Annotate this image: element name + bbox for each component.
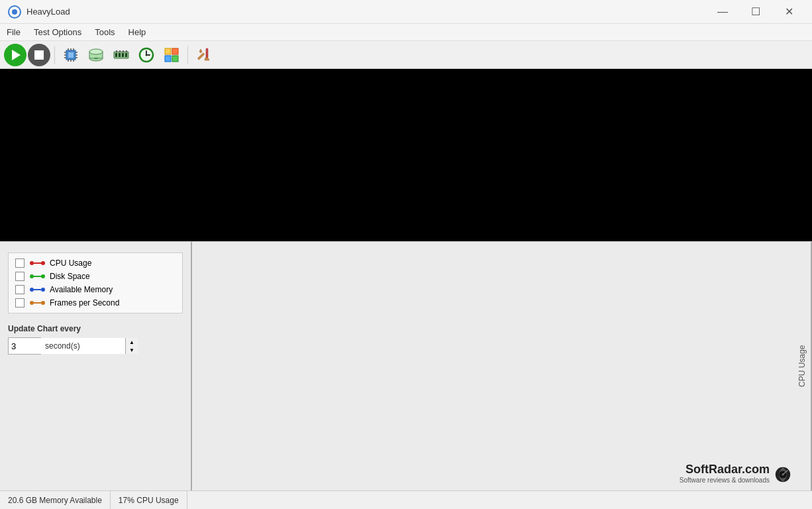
cpu-status: 17% CPU Usage [111,491,187,509]
cpu-status-label: 17% CPU Usage [119,496,179,505]
titlebar-left: HeavyLoad [8,5,70,19]
memory-status: 20.6 GB Memory Available [0,491,111,509]
watermark: SoftRadar.com Software reviews & downloa… [680,463,792,484]
svg-point-33 [146,54,148,56]
svg-point-18 [89,49,103,54]
cpu-toolbar-button[interactable] [59,44,83,66]
svg-point-46 [41,274,45,278]
disk-toolbar-button[interactable] [84,44,108,66]
update-chart-label: Update Chart every [8,324,183,333]
svg-rect-25 [116,50,117,52]
legend-box: CPU Usage Disk Space [8,253,183,313]
legend-item-disk: Disk Space [15,272,176,281]
clock-toolbar-button[interactable] [134,44,158,66]
menu-file[interactable]: File [0,25,27,39]
spinbox-up-button[interactable]: ▲ [126,338,138,346]
update-chart-section: Update Chart every ▲ ▼ second(s) [8,324,183,355]
disk-icon [87,46,105,64]
svg-rect-39 [206,48,208,58]
menu-test-options[interactable]: Test Options [27,25,88,39]
svg-rect-35 [172,48,178,54]
grid-icon [163,46,180,64]
settings-icon [195,46,213,64]
memory-toolbar-button[interactable] [109,44,133,66]
fps-label: Frames per Second [50,298,119,308]
close-button[interactable]: ✕ [774,2,804,22]
statusbar: 20.6 GB Memory Available 17% CPU Usage [0,490,812,509]
disk-label: Disk Space [50,272,90,281]
left-panel: CPU Usage Disk Space [0,242,192,490]
maximize-button[interactable]: ☐ [740,2,771,22]
legend-item-fps: Frames per Second [15,298,176,308]
svg-rect-3 [68,52,74,58]
svg-point-43 [41,261,45,265]
memory-checkbox[interactable] [15,285,25,294]
lower-section: CPU Usage Disk Space [0,241,812,490]
svg-point-41 [30,261,34,265]
menu-tools[interactable]: Tools [88,25,121,39]
grid-toolbar-button[interactable] [160,44,183,66]
cpu-checkbox[interactable] [15,258,25,268]
right-axis-label: CPU Usage [793,242,812,490]
svg-rect-24 [125,53,127,57]
fps-checkbox[interactable] [15,298,25,308]
clock-icon [138,46,155,64]
menubar: File Test Options Tools Help [0,24,812,41]
toolbar-separator-2 [187,46,188,64]
memory-icon [113,46,130,64]
main-content: CPU Usage Disk Space [0,69,812,490]
memory-line-icon [28,286,46,293]
app-title: HeavyLoad [26,7,70,17]
svg-rect-22 [119,53,121,57]
svg-rect-21 [115,53,117,57]
settings-toolbar-button[interactable] [192,44,216,66]
cpu-label: CPU Usage [50,258,91,268]
update-interval-spinbox[interactable]: ▲ ▼ [8,337,41,355]
chart-area [0,69,812,241]
cpu-line-icon [28,260,46,266]
legend-item-cpu: CPU Usage [15,258,176,268]
seconds-label: second(s) [45,341,80,351]
svg-point-19 [94,57,98,58]
svg-point-47 [30,288,34,292]
svg-point-50 [30,301,34,305]
svg-rect-38 [197,52,205,60]
stop-button[interactable] [28,44,50,66]
cpu-icon [62,46,79,64]
update-row: ▲ ▼ second(s) [8,337,183,355]
memory-status-label: 20.6 GB Memory Available [8,496,102,505]
watermark-sub: Software reviews & downloads [680,477,770,484]
toolbar-separator-1 [54,46,55,64]
minimize-button[interactable]: — [707,2,738,22]
fps-line-icon [28,300,46,306]
svg-rect-26 [119,50,121,52]
spinbox-arrows: ▲ ▼ [125,338,138,354]
toolbar [0,41,812,69]
watermark-text: SoftRadar.com Software reviews & downloa… [680,463,770,484]
menu-help[interactable]: Help [122,25,153,39]
svg-rect-27 [123,50,124,52]
app-logo-icon [8,5,21,19]
svg-rect-34 [165,48,171,54]
svg-rect-37 [172,56,178,62]
svg-rect-36 [165,56,171,62]
watermark-main: SoftRadar.com [680,463,770,477]
svg-marker-40 [205,58,209,60]
play-button[interactable] [4,44,26,66]
svg-rect-28 [126,50,127,52]
svg-point-44 [30,274,34,278]
titlebar: HeavyLoad — ☐ ✕ [0,0,812,24]
svg-point-1 [12,9,17,15]
svg-point-49 [41,288,45,292]
spinbox-down-button[interactable]: ▼ [126,346,138,354]
radar-icon [774,465,792,484]
right-chart-area: CPU Usage SoftRadar.com Software reviews… [192,242,812,490]
disk-line-icon [28,273,46,280]
svg-rect-23 [122,53,124,57]
legend-item-memory: Available Memory [15,285,176,294]
titlebar-controls: — ☐ ✕ [707,2,804,22]
memory-label: Available Memory [50,285,113,294]
disk-checkbox[interactable] [15,272,25,281]
svg-point-52 [41,301,45,305]
